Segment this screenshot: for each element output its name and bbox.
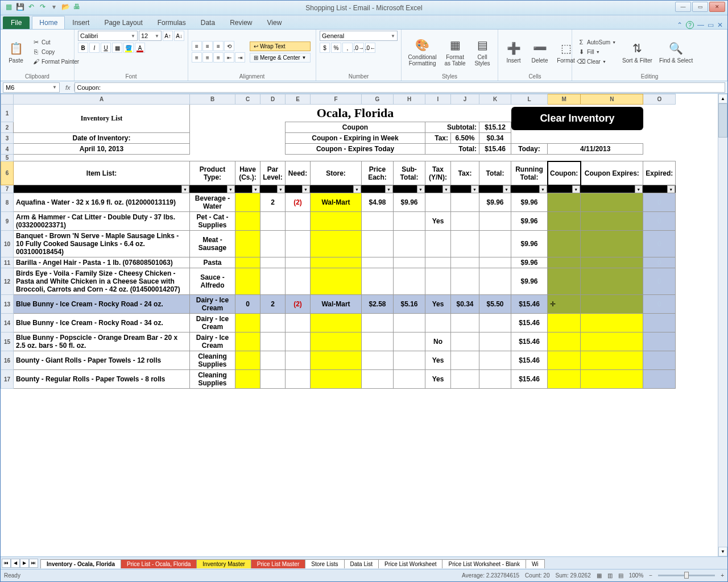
cell-taxyn[interactable]: Yes xyxy=(425,370,451,389)
cell-tax[interactable] xyxy=(451,370,479,389)
format-as-table-button[interactable]: ▦Format as Table xyxy=(442,36,468,68)
row-header[interactable]: 3 xyxy=(1,133,14,144)
cell-tax[interactable] xyxy=(451,314,479,332)
cell-price[interactable] xyxy=(362,231,394,257)
row-header[interactable]: 8 xyxy=(1,193,14,212)
cell-taxyn[interactable] xyxy=(425,231,451,257)
cell-taxyn[interactable]: Yes xyxy=(425,212,451,231)
tab-page-layout[interactable]: Page Layout xyxy=(97,16,150,29)
cell-cexp[interactable] xyxy=(581,351,643,370)
cell-par[interactable] xyxy=(260,314,286,332)
minimize-button[interactable]: — xyxy=(675,2,691,12)
minimize-ribbon-icon[interactable]: ⌃ xyxy=(677,21,682,29)
cell-tax[interactable]: $0.34 xyxy=(451,295,479,314)
vertical-scrollbar[interactable]: ▲ ▼ xyxy=(718,94,727,556)
cell-cexp[interactable] xyxy=(581,295,643,314)
view-normal-icon[interactable]: ▦ xyxy=(597,572,602,579)
cell-expired[interactable]: 0 xyxy=(643,295,676,314)
tab-scroll-prev[interactable]: ◀ xyxy=(11,559,20,568)
row-header[interactable]: 4 xyxy=(1,144,14,155)
filter-button[interactable]: ▼ xyxy=(277,185,285,193)
tab-formulas[interactable]: Formulas xyxy=(150,16,193,29)
cell-cexp[interactable] xyxy=(581,370,643,389)
cell-expired[interactable]: 0 xyxy=(643,268,676,295)
cell-item[interactable]: Aquafina - Water - 32 x 16.9 fl. oz. (01… xyxy=(14,193,190,212)
cell-store[interactable] xyxy=(311,231,362,257)
shrink-font-button[interactable]: A↓ xyxy=(174,31,184,41)
print-icon[interactable]: 🖶 xyxy=(72,2,81,11)
sheet-tab[interactable]: Price List Worksheet xyxy=(378,559,443,568)
cell-need[interactable] xyxy=(286,257,311,268)
cell-total[interactable]: $5.50 xyxy=(479,295,511,314)
cell-running[interactable]: $9.96 xyxy=(511,193,548,212)
cell-price[interactable] xyxy=(362,314,394,332)
close-button[interactable]: ✕ xyxy=(709,2,725,12)
cell-have[interactable] xyxy=(235,193,260,212)
italic-button[interactable]: I xyxy=(89,43,100,53)
tab-scroll-next[interactable]: ▶ xyxy=(20,559,29,568)
cell-have[interactable] xyxy=(235,351,260,370)
filter-button[interactable]: ▼ xyxy=(635,185,643,193)
select-all-corner[interactable] xyxy=(1,94,14,105)
cell-running[interactable]: $15.46 xyxy=(511,351,548,370)
cell-price[interactable] xyxy=(362,351,394,370)
zoom-level[interactable]: 100% xyxy=(629,572,644,579)
cell-sub[interactable]: $5.16 xyxy=(394,295,425,314)
cell-sub[interactable] xyxy=(394,314,425,332)
qat-icon[interactable]: 📂 xyxy=(61,2,70,11)
sheet-tab[interactable]: Wi xyxy=(526,559,545,568)
cell-sub[interactable] xyxy=(394,212,425,231)
sheet-tab[interactable]: Price List Worksheet - Blank xyxy=(442,559,526,568)
cell-item[interactable]: Banquet - Brown 'N Serve - Maple Sausage… xyxy=(14,231,190,257)
align-left-button[interactable]: ≡ xyxy=(192,52,202,63)
grow-font-button[interactable]: A↑ xyxy=(163,31,173,41)
col-header[interactable]: E xyxy=(286,94,311,105)
col-header[interactable]: G xyxy=(362,94,394,105)
cell-coupon[interactable] xyxy=(548,332,581,351)
cell-sub[interactable] xyxy=(394,370,425,389)
cell-ptype[interactable]: Sauce - Alfredo xyxy=(190,268,235,295)
cell-price[interactable] xyxy=(362,268,394,295)
cell-expired[interactable]: 0 xyxy=(643,212,676,231)
workbook-min-icon[interactable]: — xyxy=(697,21,704,29)
cell-running[interactable]: $15.46 xyxy=(511,370,548,389)
filter-button[interactable]: ▼ xyxy=(181,185,189,193)
sheet-tab[interactable]: Store Lists xyxy=(305,559,344,568)
font-name-combo[interactable]: Calibri▼ xyxy=(78,31,138,41)
undo-icon[interactable]: ↶ xyxy=(27,2,36,11)
cell-total[interactable] xyxy=(479,314,511,332)
tab-review[interactable]: Review xyxy=(222,16,259,29)
cell-item[interactable]: Bounty - Giant Rolls - Paper Towels - 12… xyxy=(14,351,190,370)
cell-item[interactable]: Arm & Hammer - Cat Litter - Double Duty … xyxy=(14,212,190,231)
align-bottom-button[interactable]: ≡ xyxy=(213,41,224,51)
align-top-button[interactable]: ≡ xyxy=(192,41,202,51)
merge-center-button[interactable]: ⊞Merge & Center▼ xyxy=(250,53,311,63)
filter-button[interactable]: ▼ xyxy=(572,185,580,193)
spreadsheet-grid[interactable]: A B C D E F G H I J K L M N O 1 Inventor… xyxy=(1,94,727,556)
cut-button[interactable]: ✂Cut xyxy=(30,38,81,47)
cell-ptype[interactable]: Dairy - Ice Cream xyxy=(190,314,235,332)
cell-need[interactable] xyxy=(286,231,311,257)
filter-button[interactable]: ▼ xyxy=(227,185,235,193)
cell-store[interactable] xyxy=(311,332,362,351)
row-header[interactable]: 13 xyxy=(1,295,14,314)
cell-total[interactable] xyxy=(479,212,511,231)
cell-ptype[interactable]: Pet - Cat - Supplies xyxy=(190,212,235,231)
col-header[interactable]: N xyxy=(581,94,643,105)
col-header[interactable]: O xyxy=(643,94,676,105)
help-icon[interactable]: ? xyxy=(686,21,694,29)
filter-button[interactable]: ▼ xyxy=(442,185,450,193)
row-header[interactable]: 17 xyxy=(1,370,14,389)
cell-sub[interactable]: $9.96 xyxy=(394,193,425,212)
row-header[interactable]: 10 xyxy=(1,231,14,257)
col-header[interactable]: C xyxy=(235,94,260,105)
cell-expired[interactable]: 0 xyxy=(643,193,676,212)
cell-total[interactable] xyxy=(479,332,511,351)
currency-button[interactable]: $ xyxy=(320,43,330,53)
decrease-indent-button[interactable]: ⇤ xyxy=(224,52,234,63)
cell-tax[interactable] xyxy=(451,193,479,212)
filter-button[interactable]: ▼ xyxy=(503,185,511,193)
workbook-close-icon[interactable]: ✕ xyxy=(717,21,723,29)
cell-coupon[interactable] xyxy=(548,351,581,370)
sheet-tab[interactable]: Price List Master xyxy=(251,559,305,568)
